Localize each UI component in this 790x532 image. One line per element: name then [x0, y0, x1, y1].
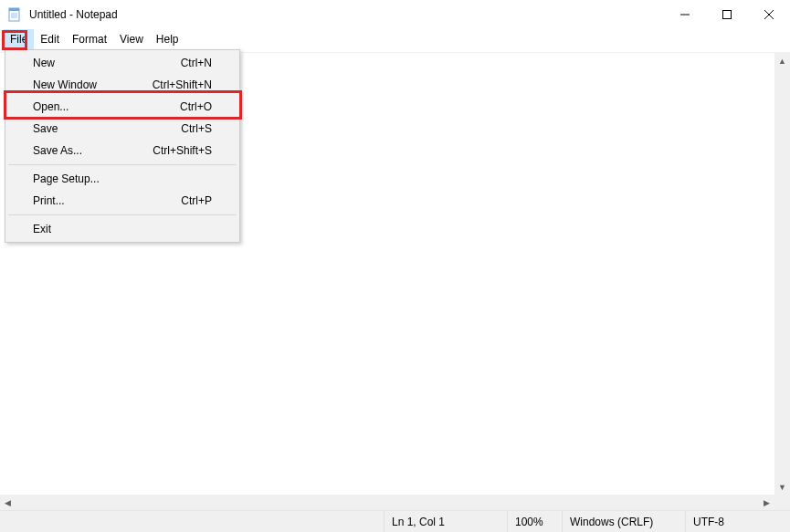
status-encoding: UTF-8 — [685, 511, 790, 532]
maximize-button[interactable] — [706, 0, 748, 29]
menu-item-shortcut: Ctrl+Shift+S — [153, 144, 212, 157]
menu-edit[interactable]: Edit — [34, 29, 66, 49]
menu-item-label: New Window — [33, 78, 153, 91]
menu-item-shortcut: Ctrl+N — [181, 57, 212, 69]
title-bar: Untitled - Notepad — [0, 0, 790, 29]
menu-help[interactable]: Help — [150, 29, 185, 49]
scroll-corner — [774, 495, 790, 510]
menu-item-exit[interactable]: Exit — [7, 218, 237, 240]
scroll-down-arrow-icon[interactable]: ▼ — [774, 479, 790, 495]
menu-item-new-window[interactable]: New Window Ctrl+Shift+N — [7, 74, 237, 96]
menu-item-label: Open... — [33, 100, 180, 113]
minimize-button[interactable] — [664, 0, 706, 29]
svg-rect-6 — [723, 11, 732, 19]
menu-file[interactable]: File — [4, 29, 34, 49]
menu-format[interactable]: Format — [66, 29, 113, 49]
scroll-left-arrow-icon[interactable]: ◀ — [0, 495, 16, 510]
status-spacer — [0, 511, 384, 532]
window-controls — [664, 0, 790, 29]
menu-item-shortcut: Ctrl+S — [181, 122, 212, 135]
menu-item-save[interactable]: Save Ctrl+S — [7, 118, 237, 140]
menu-item-shortcut: Ctrl+O — [180, 100, 212, 113]
menu-bar: File Edit Format View Help — [0, 29, 790, 49]
notepad-icon — [7, 7, 22, 22]
status-bar: Ln 1, Col 1 100% Windows (CRLF) UTF-8 — [0, 510, 790, 532]
menu-item-label: Print... — [33, 194, 181, 207]
menu-item-page-setup[interactable]: Page Setup... — [7, 168, 237, 190]
close-button[interactable] — [748, 0, 790, 29]
status-position: Ln 1, Col 1 — [384, 511, 507, 532]
menu-item-shortcut: Ctrl+P — [181, 194, 212, 207]
vertical-scrollbar[interactable]: ▲ ▼ — [774, 53, 790, 495]
menu-item-print[interactable]: Print... Ctrl+P — [7, 190, 237, 212]
window-title: Untitled - Notepad — [29, 8, 664, 21]
svg-rect-1 — [9, 8, 19, 11]
menu-view[interactable]: View — [113, 29, 150, 49]
menu-item-label: New — [33, 57, 181, 69]
menu-item-open[interactable]: Open... Ctrl+O — [7, 96, 237, 118]
scroll-right-arrow-icon[interactable]: ▶ — [759, 495, 774, 510]
menu-item-label: Save As... — [33, 144, 153, 157]
file-dropdown-menu: New Ctrl+N New Window Ctrl+Shift+N Open.… — [5, 49, 240, 243]
menu-item-save-as[interactable]: Save As... Ctrl+Shift+S — [7, 140, 237, 162]
status-eol: Windows (CRLF) — [562, 511, 685, 532]
menu-item-label: Save — [33, 122, 181, 135]
menu-separator — [8, 164, 237, 165]
menu-item-shortcut: Ctrl+Shift+N — [153, 78, 212, 91]
horizontal-scrollbar[interactable]: ◀ ▶ — [0, 495, 774, 510]
menu-item-label: Exit — [33, 223, 212, 235]
menu-separator — [8, 214, 237, 215]
scroll-up-arrow-icon[interactable]: ▲ — [774, 53, 790, 68]
status-zoom: 100% — [507, 511, 562, 532]
menu-item-label: Page Setup... — [33, 172, 212, 185]
menu-item-new[interactable]: New Ctrl+N — [7, 52, 237, 74]
